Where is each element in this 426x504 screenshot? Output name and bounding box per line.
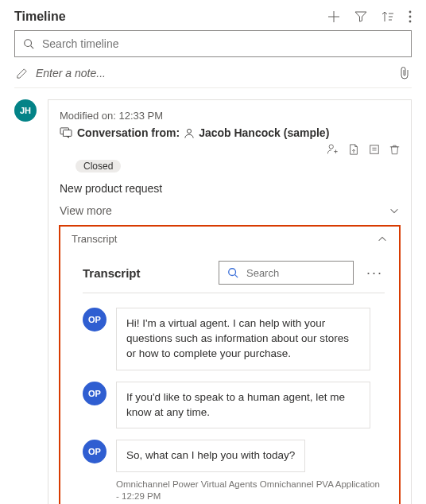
- message-row: OP Hi! I'm a virtual agent. I can help w…: [83, 308, 385, 370]
- svg-point-21: [229, 269, 236, 276]
- svg-point-13: [188, 129, 192, 133]
- svg-line-10: [31, 46, 34, 49]
- note-row[interactable]: Enter a note...: [14, 57, 412, 88]
- activity-card: Modified on: 12:33 PM Conversation from:…: [48, 99, 412, 504]
- note-icon[interactable]: [369, 144, 380, 155]
- svg-point-14: [329, 145, 333, 149]
- message-bubble: So, what can I help you with today?: [116, 440, 305, 472]
- sort-icon[interactable]: [381, 10, 394, 23]
- conv-name: Jacob Hancock (sample): [199, 126, 329, 139]
- filter-icon[interactable]: [354, 10, 367, 23]
- transcript-toolbar: Transcript ···: [83, 251, 385, 293]
- transcript-header[interactable]: Transcript: [60, 227, 399, 251]
- avatar: JH: [14, 99, 37, 122]
- message-bubble: Hi! I'm a virtual agent. I can help with…: [116, 308, 370, 370]
- more-icon[interactable]: [409, 10, 412, 23]
- note-placeholder: Enter a note...: [36, 67, 391, 79]
- person-icon: [184, 128, 194, 138]
- svg-point-7: [409, 16, 412, 18]
- svg-rect-18: [370, 145, 379, 154]
- assign-icon[interactable]: [327, 144, 339, 155]
- search-icon: [23, 38, 34, 49]
- attachment-icon[interactable]: [399, 67, 410, 79]
- modified-label: Modified on: 12:33 PM: [60, 110, 400, 122]
- transcript-section-label: Transcript: [72, 233, 117, 245]
- timeline-header: Timeline: [14, 10, 412, 24]
- message-avatar: OP: [83, 440, 106, 463]
- search-icon: [227, 267, 238, 278]
- chevron-up-icon[interactable]: [377, 234, 388, 245]
- transcript-more-icon[interactable]: ···: [365, 266, 385, 280]
- timeline-body: JH Modified on: 12:33 PM Conversation fr…: [14, 88, 412, 504]
- svg-point-6: [409, 11, 412, 14]
- svg-point-9: [25, 40, 32, 47]
- transcript-toolbar-label: Transcript: [83, 266, 207, 280]
- message-bubble: If you'd like to speak to a human agent,…: [116, 382, 370, 429]
- timeline-search-input[interactable]: [41, 37, 403, 51]
- timeline-search[interactable]: [14, 30, 412, 57]
- export-icon[interactable]: [348, 144, 359, 155]
- timeline-title: Timeline: [14, 10, 66, 24]
- conversation-line: Conversation from: Jacob Hancock (sample…: [60, 126, 400, 155]
- conv-prefix: Conversation from:: [77, 126, 180, 139]
- message-row: OP If you'd like to speak to a human age…: [83, 382, 385, 429]
- message-row: OP So, what can I help you with today?: [83, 440, 385, 472]
- transcript-search[interactable]: [219, 261, 354, 285]
- transcript-section: Transcript Transcript ··: [59, 225, 401, 504]
- view-more-link[interactable]: View more: [60, 204, 112, 217]
- svg-point-8: [409, 21, 412, 23]
- message-meta: Omnichannel Power Virtual Agents Omnicha…: [116, 479, 385, 502]
- svg-line-22: [235, 275, 238, 278]
- message-avatar: OP: [83, 308, 106, 331]
- delete-icon[interactable]: [389, 144, 400, 155]
- pencil-icon: [16, 68, 28, 79]
- card-subject: New product request: [60, 182, 400, 195]
- status-badge: Closed: [76, 160, 121, 173]
- message-avatar: OP: [83, 382, 106, 405]
- chat-icon: [60, 127, 72, 138]
- timeline-actions: [327, 10, 412, 23]
- add-icon[interactable]: [327, 10, 340, 23]
- transcript-search-input[interactable]: [245, 266, 345, 280]
- chevron-down-icon[interactable]: [389, 205, 400, 216]
- svg-rect-12: [64, 130, 72, 137]
- card-actions: [327, 144, 400, 155]
